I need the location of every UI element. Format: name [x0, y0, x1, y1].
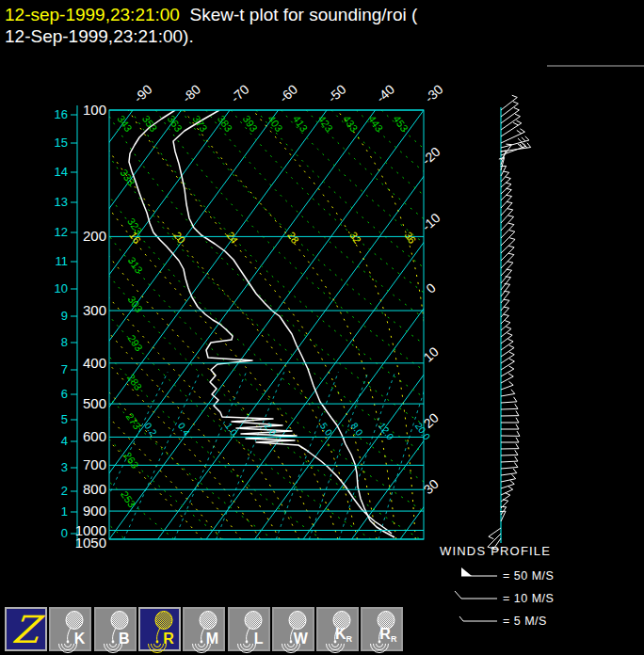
toolbar-button-k[interactable]: K [49, 607, 91, 651]
wind-barb-shaft [501, 402, 517, 403]
isotherm-label-right: -20 [419, 144, 443, 168]
button-label: M [206, 631, 218, 647]
balloon-icon [51, 609, 93, 653]
dry-adiabat-label: 283 [125, 372, 144, 392]
pressure-label: 300 [83, 302, 106, 318]
wind-barb-tick [509, 231, 515, 232]
wind-barb-shaft [501, 376, 513, 383]
moist-adiabat-label: 32 [347, 230, 363, 246]
wind-barb-tick [507, 269, 512, 270]
height-label: 1 [61, 504, 68, 519]
dry-adiabat-line [206, 110, 644, 539]
balloon-icon [140, 609, 183, 653]
height-label: 13 [55, 195, 68, 209]
moist-adiabat-label: 20 [171, 230, 187, 246]
height-label: 2 [61, 484, 68, 498]
dry-adiabat-label: 403 [266, 113, 284, 134]
wind-barb-tick [512, 474, 516, 478]
mixing-ratio-label: 0.4 [176, 421, 192, 438]
wind-barb-shaft [501, 255, 514, 268]
wind-barb-tick [500, 511, 506, 512]
wind-barb-tick [513, 469, 517, 473]
mixing-ratio-line [378, 372, 430, 539]
isotherm-label-top: -90 [131, 81, 155, 105]
wind-barb-tick [515, 114, 520, 117]
toolbar-button-z-logo[interactable]: Z [5, 607, 47, 651]
height-label: 11 [56, 254, 69, 268]
pressure-label: 1050 [75, 535, 106, 551]
dry-adiabat-label: 363 [166, 113, 185, 134]
wind-barb-tick [525, 136, 529, 140]
wind-barb-shaft [501, 342, 513, 350]
moist-adiabat-label: 24 [224, 230, 240, 246]
dry-adiabat-label: 293 [126, 333, 145, 354]
wind-barb-shaft [501, 385, 513, 390]
legend-label: = 50 M/S [503, 569, 554, 583]
dry-adiabat-line [0, 110, 174, 539]
skewt-plot: 0123456789101112131415161002003004005006… [0, 0, 644, 655]
wind-barb-tick [507, 201, 512, 202]
pressure-label: 200 [83, 228, 106, 244]
toolbar-button-m[interactable]: M [183, 607, 225, 651]
wind-barb-tick [504, 171, 509, 172]
wind-barb-tick [509, 352, 514, 355]
dry-adiabat-label: 393 [241, 113, 260, 134]
wind-barb-shaft [501, 328, 511, 337]
wind-barb-tick [507, 195, 512, 196]
wind-barb-tick [517, 431, 520, 436]
wind-barb-tick [516, 444, 519, 449]
wind-barb-tick [511, 390, 515, 394]
wind-barb-shaft [501, 393, 515, 396]
dry-adiabat-line [0, 110, 223, 539]
wind-barb-shaft [501, 117, 520, 130]
toolbar-button-r-r[interactable]: RR [361, 607, 403, 651]
wind-barb-tick [506, 327, 511, 328]
wind-barb-tick [508, 339, 513, 342]
height-label: 8 [61, 335, 68, 349]
wind-barb-shaft [501, 467, 518, 469]
isotherm-line [303, 110, 618, 539]
height-label: 0 [61, 526, 68, 540]
height-label: 6 [61, 387, 68, 401]
height-label: 9 [61, 309, 68, 323]
moist-adiabat-line [0, 110, 280, 539]
wind-barb-tick [514, 397, 517, 402]
balloon-icon [230, 609, 272, 653]
wind-barb-tick [513, 102, 519, 104]
mixing-ratio-label: 5.0 [318, 421, 334, 438]
wind-barb-tick [514, 107, 519, 109]
dry-adiabat-label: 443 [366, 113, 385, 134]
dry-adiabat-label: 373 [190, 113, 209, 134]
wind-barb-tick [508, 374, 513, 376]
isotherm-line [109, 110, 424, 539]
height-label: 15 [55, 136, 68, 150]
dry-adiabat-line [131, 110, 644, 539]
isotherm-label-top: -50 [325, 81, 349, 105]
toolbar-button-r[interactable]: R [138, 607, 181, 651]
mixing-ratio-line [276, 372, 338, 539]
dry-adiabat-line [331, 110, 644, 539]
wind-panel-title: WINDS PROFILE [440, 544, 551, 558]
moist-adiabat-line [337, 110, 435, 539]
wind-barb-tick [504, 314, 509, 316]
moist-adiabat-line [47, 110, 338, 539]
wind-barb-tick [515, 450, 518, 455]
wind-barb-tick [508, 246, 514, 248]
isotherm-line [352, 110, 644, 539]
mixing-ratio-label: 1.0 [223, 421, 239, 438]
toolbar-button-b[interactable]: B [94, 607, 137, 651]
wind-barb-tick [516, 120, 521, 123]
balloon-icon [96, 609, 138, 653]
toolbar-button-l[interactable]: L [228, 607, 270, 651]
dry-adiabat-label: 433 [341, 113, 360, 134]
wind-barb-tick [516, 411, 519, 416]
toolbar-button-k-r[interactable]: KR [316, 607, 359, 651]
wind-barb-shaft [501, 473, 517, 475]
mixing-ratio-line [217, 372, 284, 539]
pressure-label: 600 [83, 428, 106, 444]
wind-barb-tick [508, 253, 514, 254]
button-label: R [163, 631, 174, 647]
moist-adiabat-line [0, 110, 202, 539]
wind-barb-shaft [501, 110, 519, 123]
toolbar-button-w[interactable]: W [272, 607, 314, 651]
